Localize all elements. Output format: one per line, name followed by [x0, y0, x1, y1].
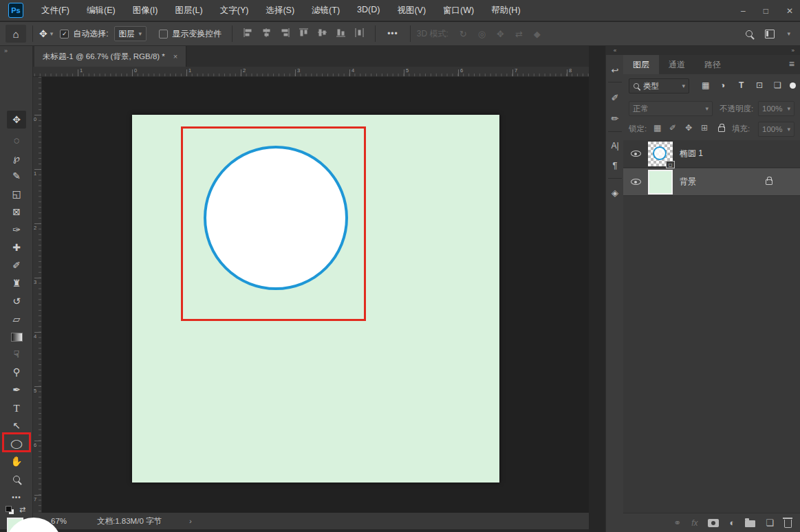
lock-artboard-icon[interactable]: ⊞	[701, 123, 708, 133]
edit-toolbar-icon[interactable]: •••	[7, 488, 26, 506]
workspace-chevron-icon[interactable]: ▾	[787, 30, 790, 37]
dodge-tool[interactable]: ⚲	[7, 363, 26, 381]
close-button[interactable]: ✕	[786, 6, 793, 16]
status-chevron-icon[interactable]: ›	[189, 517, 192, 525]
default-colors-icon[interactable]	[6, 506, 14, 514]
menu-window[interactable]: 窗口(W)	[443, 5, 474, 16]
crop-tool[interactable]: ◱	[7, 185, 26, 203]
history-panel-icon[interactable]: ↩	[606, 65, 624, 76]
document-tab[interactable]: 未标题-1 @ 66.7% (背景, RGB/8) * ×	[34, 46, 186, 67]
marquee-tool[interactable]: ◌	[7, 131, 26, 149]
visibility-eye-icon[interactable]	[631, 151, 641, 157]
home-icon[interactable]: ⌂	[6, 25, 26, 43]
collapse-dock-left-icon[interactable]: «	[606, 46, 624, 55]
fill-value[interactable]: 100% ▾	[758, 122, 794, 137]
new-group-icon[interactable]	[745, 520, 755, 527]
pen-tool[interactable]: ✒	[7, 381, 26, 399]
menu-type[interactable]: 文字(Y)	[220, 5, 249, 16]
align-top-edges-icon[interactable]	[299, 27, 309, 40]
lasso-tool[interactable]: ℘	[7, 149, 26, 167]
clone-stamp-tool[interactable]: ♜	[7, 274, 26, 292]
lock-position-icon[interactable]: ✥	[685, 123, 692, 133]
menu-image[interactable]: 图像(I)	[133, 5, 158, 16]
menu-edit[interactable]: 编辑(E)	[87, 5, 116, 16]
tab-layers[interactable]: 图层	[623, 55, 659, 74]
move-tool[interactable]: ✥	[7, 111, 26, 129]
layer-row-background[interactable]: 背景	[623, 168, 800, 196]
menu-filter[interactable]: 滤镜(T)	[312, 5, 340, 16]
auto-select-dropdown[interactable]: 图层 ▾	[114, 26, 147, 41]
lock-transparent-icon[interactable]: ▦	[653, 123, 661, 133]
layer-thumbnail[interactable]: ◻	[648, 142, 673, 166]
quick-selection-tool[interactable]: ✎	[7, 167, 26, 185]
layer-filter-dropdown[interactable]: 类型 ▾	[629, 78, 689, 93]
swap-colors-icon[interactable]: ⇄	[19, 505, 25, 514]
zoom-tool[interactable]	[7, 470, 26, 488]
menu-layer[interactable]: 图层(L)	[175, 5, 202, 16]
frame-tool[interactable]: ⊠	[7, 203, 26, 221]
tab-paths[interactable]: 路径	[695, 55, 731, 74]
menu-view[interactable]: 视图(V)	[397, 5, 426, 16]
type-tool[interactable]: T	[7, 399, 26, 417]
lock-all-icon[interactable]	[718, 126, 725, 132]
smudge-tool[interactable]: ☟	[7, 345, 26, 363]
auto-select-checkbox[interactable]: ✓	[60, 30, 69, 38]
lock-pixels-icon[interactable]: ✐	[669, 123, 676, 133]
search-icon[interactable]	[746, 30, 753, 37]
align-horizontal-centers-icon[interactable]	[261, 27, 272, 40]
adjustment-layer-icon[interactable]: ◐	[729, 518, 735, 528]
more-options-icon[interactable]: •••	[387, 29, 398, 38]
paragraph-panel-icon[interactable]: ¶	[606, 160, 624, 170]
brush-settings-panel-icon[interactable]: ✐	[606, 93, 624, 103]
link-layers-icon[interactable]: ⚭	[673, 518, 681, 528]
filter-pin-icon[interactable]	[790, 82, 796, 89]
zoom-level-field[interactable]: 67%	[51, 517, 67, 525]
distribute-horizontal-icon[interactable]	[354, 27, 365, 40]
show-transform-checkbox[interactable]	[159, 30, 168, 38]
layer-thumbnail[interactable]	[648, 170, 673, 195]
layer-style-icon[interactable]: fx	[691, 518, 698, 528]
eraser-tool[interactable]: ▱	[7, 310, 26, 328]
gradient-tool[interactable]	[7, 328, 26, 346]
delete-layer-icon[interactable]	[784, 520, 792, 528]
new-layer-icon[interactable]: ❏	[766, 518, 774, 528]
blend-mode-dropdown[interactable]: 正常 ▾	[629, 101, 713, 116]
visibility-eye-icon[interactable]	[631, 179, 641, 185]
menu-3d[interactable]: 3D(D)	[357, 5, 380, 16]
brush-tool[interactable]: ✐	[7, 256, 26, 274]
workspace-icon[interactable]	[765, 30, 775, 38]
align-left-edges-icon[interactable]	[243, 27, 253, 40]
menu-file[interactable]: 文件(F)	[41, 5, 69, 16]
layer-name[interactable]: 椭圆 1	[680, 148, 703, 159]
toolbar-expand-icon[interactable]: »	[4, 47, 8, 54]
filter-frame-icon[interactable]: ⊡	[756, 80, 763, 90]
layer-name[interactable]: 背景	[680, 176, 696, 188]
minimize-button[interactable]: –	[741, 6, 746, 16]
menu-help[interactable]: 帮助(H)	[491, 5, 520, 16]
tab-channels[interactable]: 通道	[659, 55, 695, 74]
document-tab-close-icon[interactable]: ×	[173, 52, 177, 60]
collapse-dock-right-icon[interactable]: »	[623, 46, 800, 55]
document-canvas[interactable]	[132, 115, 499, 483]
filter-shape-icon[interactable]: ❏	[774, 80, 781, 90]
filter-adjustment-icon[interactable]: ◑	[720, 80, 725, 90]
menu-select[interactable]: 选择(S)	[266, 5, 294, 16]
healing-brush-tool[interactable]: ✚	[7, 239, 26, 256]
tool-preset-chevron-icon[interactable]: ▾	[50, 30, 54, 37]
3d-panel-icon[interactable]: ◈	[606, 188, 624, 198]
layer-row-ellipse[interactable]: ◻ 椭圆 1	[623, 140, 800, 168]
move-tool-preset-icon[interactable]: ✥	[39, 28, 47, 39]
eyedropper-tool[interactable]: ✑	[7, 221, 26, 239]
hand-tool[interactable]: ✋	[7, 452, 26, 470]
maximize-button[interactable]: □	[764, 6, 768, 16]
filter-image-icon[interactable]: ▦	[702, 80, 709, 90]
align-bottom-edges-icon[interactable]	[336, 27, 346, 40]
align-right-edges-icon[interactable]	[280, 27, 290, 40]
character-panel-icon[interactable]: A|	[606, 141, 624, 151]
filter-type-icon[interactable]: T	[739, 80, 744, 90]
brushes-panel-icon[interactable]: ✏	[606, 113, 624, 124]
add-mask-icon[interactable]	[708, 519, 719, 527]
align-vertical-centers-icon[interactable]	[317, 27, 327, 40]
history-brush-tool[interactable]: ↺	[7, 292, 26, 310]
panel-menu-icon[interactable]: ≡	[789, 58, 794, 69]
